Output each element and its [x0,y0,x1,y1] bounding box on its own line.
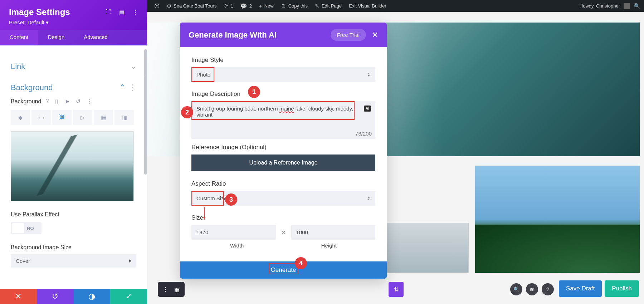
bgsize-label: Background Image Size [11,244,136,251]
close-icon[interactable]: ✕ [372,30,378,40]
background-label: Background [11,98,41,105]
wordpress-icon: ⦿ [154,3,160,9]
caret-icon: ▲▼ [367,73,370,77]
wp-logo[interactable]: ⦿ [151,3,163,9]
desc-label: Image Description [191,90,375,98]
dashboard-icon: ⊙ [167,3,171,9]
panel-icon[interactable]: ▤ [119,9,125,16]
tab-content[interactable]: Content [0,30,38,45]
search-icon[interactable]: 🔍 [634,3,640,9]
ref-label: Reference Image (Optional) [191,144,375,151]
generate-button[interactable]: Generate [180,261,387,279]
palm-image [475,166,640,273]
discard-button[interactable]: ✕ [0,289,37,304]
bg-mask-tab[interactable]: ◨ [114,110,134,125]
mobile-icon[interactable]: ▯ [55,98,58,105]
background-thumbnail[interactable] [11,131,134,201]
pencil-icon: ✎ [315,3,319,9]
bg-image-tab[interactable]: 🖼 [52,110,72,125]
sidebar-title: Image Settings [9,7,70,17]
more-icon[interactable]: ⋮ [128,83,136,92]
step-3: 3 [225,193,237,206]
size-label: Size [191,214,375,221]
expand-icon[interactable]: ⛶ [106,9,111,16]
style-label: Image Style [191,57,375,64]
avatar[interactable] [624,3,630,9]
tab-advanced[interactable]: Advanced [74,30,117,45]
bgsize-select[interactable]: Cover ▲▼ [11,254,136,268]
arrow-down-icon [204,207,205,220]
wp-adminbar: ⦿ ⊙Sea Gate Boat Tours ⟳1 💬2 +New 🗎Copy … [147,0,644,12]
canvas: Generate Image With AI Free Trial ✕ Imag… [147,12,644,304]
copy-icon: 🗎 [281,3,286,9]
zoom-icon[interactable]: 🔍 [510,283,522,295]
bg-pattern-tab[interactable]: ▦ [94,110,113,125]
preset-label[interactable]: Preset: Default ▾ [9,19,138,26]
modal-title: Generate Image With AI [189,30,277,40]
help-icon[interactable]: ? [542,283,554,295]
width-input[interactable] [191,225,276,240]
char-count: 73/200 [191,131,372,137]
help-icon[interactable]: ? [45,98,49,105]
save-button[interactable]: ✓ [110,289,147,304]
history-button[interactable]: ◑ [74,289,111,304]
step-2: 2 [181,106,193,118]
upload-button[interactable]: Upload a Reference Image [191,155,375,171]
caret-icon: ▲▼ [128,259,131,263]
ai-badge[interactable]: AI [364,106,371,112]
save-draft-button[interactable]: Save Draft [559,280,602,297]
bottom-toolbar: ⋮ ▦ [158,282,185,297]
step-4: 4 [295,257,307,269]
times-icon: ✕ [281,229,286,236]
comment-icon: 💬 [240,3,247,9]
bg-gradient-tab[interactable]: ▭ [31,110,51,125]
bg-color-tab[interactable]: ◆ [11,110,30,125]
plus-icon: + [259,3,262,9]
section-background[interactable]: Background ⌃⋮ [11,77,136,98]
site-name[interactable]: ⊙Sea Gate Boat Tours [163,3,220,9]
swap-button[interactable]: ⇅ [389,282,404,297]
aspect-label: Aspect Ratio [191,180,375,187]
publish-button[interactable]: Publish [605,280,639,297]
comments-count[interactable]: 💬2 [237,3,255,9]
edit-page[interactable]: ✎Edit Page [311,3,345,9]
width-label: Width [230,242,244,249]
dots-icon[interactable]: ⋮ [87,98,93,105]
layers-icon[interactable]: ≋ [526,283,538,295]
step-1: 1 [248,86,260,98]
parallax-label: Use Parallax Effect [11,211,136,218]
chevron-down-icon: ⌄ [131,63,136,70]
copy-button[interactable]: 🗎Copy this [277,3,311,9]
refresh-icon: ⟳ [224,3,228,9]
free-trial-badge[interactable]: Free Trial [331,29,366,41]
caret-icon: ▲▼ [367,196,370,201]
sidebar-scrollbar[interactable] [144,49,147,175]
grid-icon[interactable]: ▦ [174,286,180,293]
settings-sidebar: Image Settings ⛶ ▤ ⋮ Preset: Default ▾ C… [0,0,147,304]
style-select[interactable]: Photo ▲▼ [191,67,375,82]
cursor-icon[interactable]: ➤ [65,98,69,105]
reset-button[interactable]: ↺ [37,289,74,304]
chevron-up-icon: ⌃ [119,83,126,92]
ai-modal: Generate Image With AI Free Trial ✕ Imag… [180,23,387,279]
height-input[interactable] [291,225,376,240]
tab-design[interactable]: Design [38,30,74,45]
menu-icon[interactable]: ⋮ [163,286,169,293]
menu-icon[interactable]: ⋮ [132,9,138,16]
howdy-user[interactable]: Howdy, Christopher [580,3,620,9]
refresh-count[interactable]: ⟳1 [220,3,236,9]
new-button[interactable]: +New [255,3,277,9]
bg-video-tab[interactable]: ▷ [73,110,92,125]
exit-builder[interactable]: Exit Visual Builder [345,3,390,9]
sidebar-footer: ✕ ↺ ◑ ✓ [0,289,147,304]
small-image [381,223,469,273]
section-link[interactable]: Link ⌄ [11,56,136,77]
undo-icon[interactable]: ↺ [76,98,80,105]
parallax-toggle[interactable]: NO [11,222,42,234]
aspect-select[interactable]: Custom Size ▲▼ [191,191,375,206]
height-label: Height [321,242,337,249]
